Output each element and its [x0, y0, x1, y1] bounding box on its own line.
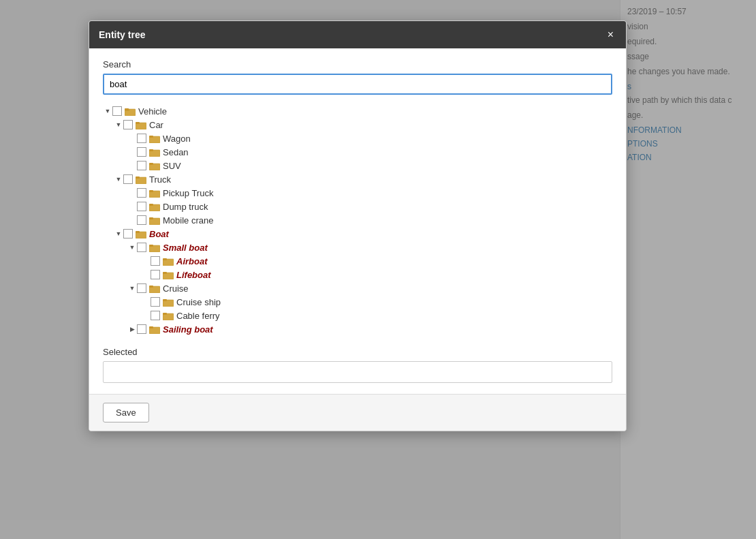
tree-checkbox-suv[interactable]	[137, 161, 146, 170]
tree-toggle-boat[interactable]: ▼	[114, 229, 123, 238]
entity-tree: ▼ Vehicle ▼	[103, 104, 612, 336]
svg-rect-34	[149, 326, 153, 328]
tree-label-sedan: Sedan	[163, 147, 189, 157]
tree-node-truck: ▼ Truck	[114, 172, 612, 227]
svg-rect-10	[149, 163, 153, 165]
tree-toggle-vehicle[interactable]: ▼	[103, 106, 112, 116]
tree-toggle-cruise[interactable]: ▼	[127, 283, 137, 293]
svg-rect-4	[136, 122, 140, 124]
tree-checkbox-boat[interactable]	[123, 229, 133, 238]
svg-rect-16	[149, 204, 153, 206]
tree-checkbox-truck[interactable]	[123, 174, 133, 184]
folder-icon-suv	[149, 160, 160, 171]
tree-checkbox-car[interactable]	[123, 120, 133, 129]
svg-rect-8	[149, 149, 153, 151]
save-button[interactable]: Save	[103, 403, 149, 422]
tree-label-boat: Boat	[149, 229, 169, 239]
tree-row-boat[interactable]: ▼ Boat	[114, 227, 612, 241]
tree-checkbox-lifeboat[interactable]	[151, 270, 160, 279]
tree-row-cruise[interactable]: ▼ Cruise	[127, 281, 612, 295]
tree-toggle-car[interactable]: ▼	[114, 120, 123, 129]
modal-header: Entity tree ×	[89, 21, 626, 48]
tree-checkbox-wagon[interactable]	[137, 134, 146, 143]
svg-rect-30	[163, 299, 167, 301]
folder-icon-crane	[149, 215, 160, 226]
search-input[interactable]	[103, 74, 612, 95]
tree-label-sailing-boat: Sailing boat	[163, 324, 213, 335]
tree-checkbox-mobile-crane[interactable]	[137, 215, 146, 225]
tree-label-airboat: Airboat	[176, 256, 208, 266]
modal-footer: Save	[89, 394, 626, 431]
svg-rect-2	[125, 108, 129, 110]
tree-checkbox-sedan[interactable]	[137, 147, 146, 157]
svg-rect-20	[136, 231, 140, 233]
folder-icon-car	[136, 119, 146, 130]
tree-label-small-boat: Small boat	[163, 243, 208, 253]
tree-row-airboat[interactable]: Airboat	[141, 254, 612, 268]
folder-icon-pickup	[149, 187, 160, 198]
tree-checkbox-dump-truck[interactable]	[137, 202, 146, 211]
svg-rect-22	[149, 245, 153, 247]
tree-row-vehicle[interactable]: ▼ Vehicle	[103, 104, 612, 118]
tree-node-vehicle: ▼ Vehicle ▼	[103, 104, 612, 336]
tree-row-truck[interactable]: ▼ Truck	[114, 172, 612, 186]
tree-toggle-truck[interactable]: ▼	[114, 174, 123, 184]
search-label: Search	[103, 59, 612, 70]
selected-label: Selected	[103, 347, 612, 357]
folder-icon-wagon	[149, 133, 160, 144]
folder-icon-dump	[149, 201, 160, 212]
tree-row-sedan[interactable]: Sedan	[127, 145, 612, 159]
tree-label-wagon: Wagon	[163, 134, 191, 144]
tree-node-boat: ▼ Boat ▼	[114, 227, 612, 336]
folder-icon-airboat	[163, 256, 174, 266]
tree-checkbox-cruise[interactable]	[137, 283, 146, 293]
tree-row-wagon[interactable]: Wagon	[127, 132, 612, 145]
folder-icon-boat	[136, 228, 146, 239]
entity-tree-modal: Entity tree × Search ▼	[89, 20, 627, 431]
tree-checkbox-sailing-boat[interactable]	[137, 324, 146, 334]
tree-row-suv[interactable]: SUV	[127, 159, 612, 172]
svg-rect-32	[163, 313, 167, 315]
tree-checkbox-small-boat[interactable]	[137, 243, 146, 252]
tree-checkbox-vehicle[interactable]	[112, 106, 122, 116]
tree-checkbox-cable-ferry[interactable]	[151, 311, 160, 320]
svg-rect-14	[149, 190, 153, 192]
tree-toggle-small-boat[interactable]: ▼	[127, 243, 137, 252]
tree-row-cable-ferry[interactable]: Cable ferry	[141, 309, 612, 322]
tree-row-cruise-ship[interactable]: Cruise ship	[141, 295, 612, 309]
tree-node-car: ▼ Car	[114, 118, 612, 172]
tree-row-sailing-boat[interactable]: ▶ Sailing boat	[127, 322, 612, 336]
svg-rect-18	[149, 217, 153, 219]
tree-node-cruise: ▼ Cruise	[127, 281, 612, 322]
tree-node-sailing-boat: ▶ Sailing boat	[127, 322, 612, 336]
svg-rect-28	[149, 286, 153, 288]
folder-icon-sailing-boat	[149, 324, 160, 335]
tree-row-mobile-crane[interactable]: Mobile crane	[127, 213, 612, 227]
tree-label-cruise: Cruise	[163, 283, 189, 294]
folder-icon-sedan	[149, 147, 160, 157]
folder-icon-cruise-ship	[163, 296, 174, 307]
tree-label-cruise-ship: Cruise ship	[176, 297, 221, 307]
svg-rect-24	[163, 258, 167, 260]
tree-label-cable-ferry: Cable ferry	[176, 311, 220, 321]
tree-label-lifeboat: Lifeboat	[176, 270, 211, 280]
tree-row-pickup-truck[interactable]: Pickup Truck	[127, 186, 612, 200]
tree-label-dump-truck: Dump truck	[163, 202, 208, 212]
tree-toggle-sailing-boat[interactable]: ▶	[127, 324, 137, 334]
tree-label-truck: Truck	[149, 174, 171, 185]
tree-row-dump-truck[interactable]: Dump truck	[127, 200, 612, 213]
tree-label-vehicle: Vehicle	[138, 106, 167, 117]
tree-row-small-boat[interactable]: ▼ Small boat	[127, 241, 612, 254]
selected-input[interactable]	[103, 361, 612, 383]
tree-row-lifeboat[interactable]: Lifeboat	[141, 268, 612, 281]
tree-row-car[interactable]: ▼ Car	[114, 118, 612, 132]
folder-icon-cruise	[149, 283, 160, 294]
tree-checkbox-pickup-truck[interactable]	[137, 188, 146, 198]
tree-checkbox-cruise-ship[interactable]	[151, 297, 160, 307]
tree-checkbox-airboat[interactable]	[151, 256, 160, 266]
folder-icon-vehicle	[125, 106, 136, 117]
folder-icon-cable-ferry	[163, 310, 174, 321]
svg-rect-6	[149, 136, 153, 138]
modal-close-button[interactable]: ×	[605, 28, 616, 42]
tree-label-mobile-crane: Mobile crane	[163, 215, 213, 226]
